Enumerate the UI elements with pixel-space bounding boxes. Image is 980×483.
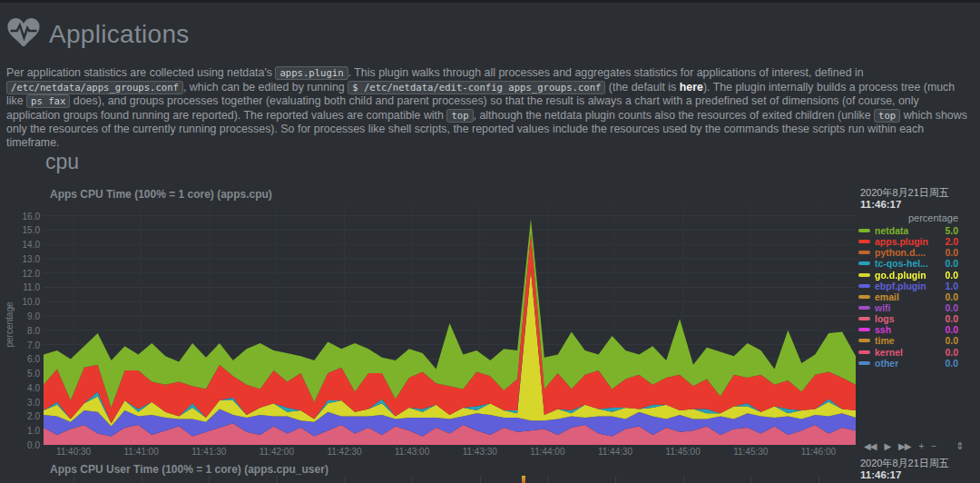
page-header: Applications [7,18,190,50]
legend-item-netdata[interactable]: netdata5.0 [858,225,958,236]
x-tick-label: 11:42:30 [327,447,361,457]
intro-text: (the default is [605,81,679,94]
x-tick-label: 11:44:30 [598,447,632,457]
legend-swatch [858,339,870,342]
heartbeat-icon [7,18,40,50]
x-tick-label: 11:45:30 [733,447,768,457]
inline-code: top [446,109,473,123]
legend-unit-header: percentage [858,212,958,223]
legend-value: 0.0 [945,324,958,335]
pan-backward-icon[interactable]: ◀◀ [864,441,876,451]
legend-item-tc-qos-hel-[interactable]: tc-qos-hel...0.0 [858,258,958,269]
x-tick-label: 11:43:00 [395,447,429,457]
legend-label: python.d.... [875,247,926,258]
legend-item-go-d-plugin[interactable]: go.d.plugin0.0 [858,270,958,281]
legend-item-ebpf-plugin[interactable]: ebpf.plugin1.0 [858,281,958,291]
intro-text: , which can be edited by running [183,81,348,94]
chart1-datetime: 2020年8月21日周五 11:46:17 [860,187,978,211]
x-tick-label: 11:42:00 [260,447,294,457]
chart2-spike [522,476,525,483]
legend-label: apps.plugin [875,236,928,247]
chart2-title: Apps CPU User Time (100% = 1 core) (apps… [50,463,328,476]
legend-label: logs [875,313,895,324]
x-tick-label: 11:43:30 [463,447,497,457]
legend-item-apps-plugin[interactable]: apps.plugin2.0 [858,236,958,247]
legend-value: 0.0 [945,347,958,358]
chart1-date: 2020年8月21日周五 [860,187,978,199]
inline-code: ps fax [26,94,70,108]
intro-text: Per application statistics are collected… [6,66,275,79]
legend-label: email [875,291,899,302]
legend-item-wifi[interactable]: wifi0.0 [858,302,958,313]
legend-item-ssh[interactable]: ssh0.0 [858,324,958,335]
legend-value: 0.0 [945,302,958,313]
legend-item-time[interactable]: time0.0 [858,335,958,346]
intro-text: . This plugin walks through all processe… [348,66,864,79]
x-tick-label: 11:44:00 [530,447,564,457]
inline-code: top [874,109,900,123]
legend-item-email[interactable]: email0.0 [858,291,958,302]
x-tick-label: 11:40:30 [56,447,91,457]
chart2-gridline [547,476,548,483]
chart2-gridline [74,476,74,483]
legend-swatch [858,251,870,254]
y-tick-label: 6.0 [4,354,40,364]
legend-value: 0.0 [945,247,958,258]
play-icon[interactable]: ▶ [884,441,890,451]
zoom-in-icon[interactable]: + [918,441,923,451]
legend-item-other[interactable]: other0.0 [858,358,958,369]
inline-code: apps.plugin [275,66,348,80]
zoom-out-icon[interactable]: − [931,441,936,451]
y-tick-label: 8.0 [4,325,40,335]
legend-swatch [858,295,870,299]
y-tick-label: 1.0 [4,426,40,436]
y-tick-label: 0.0 [4,440,40,450]
legend-item-logs[interactable]: logs0.0 [858,313,958,324]
legend-swatch [858,284,870,288]
y-tick-label: 2.0 [4,411,40,421]
top-border [0,0,980,3]
legend-swatch [858,273,870,277]
chart2-gridline [209,476,210,483]
chart2-plot-sliver[interactable] [44,476,856,483]
chart2-gridline [818,476,819,483]
y-tick-label: 5.0 [4,369,40,379]
legend-value: 0.0 [945,291,958,302]
legend-swatch [858,361,870,365]
chart1-toolbar: ◀◀▶▶▶+−⇕ [864,440,964,452]
resize-icon[interactable]: ⇕ [956,440,964,452]
y-tick-label: 7.0 [4,340,40,350]
legend-label: ebpf.plugin [875,281,926,291]
page-title: Applications [49,20,190,49]
legend-value: 2.0 [945,236,958,247]
section-heading-cpu: cpu [45,150,79,174]
legend-value: 0.0 [945,313,958,324]
chart2-gridline [412,476,413,483]
legend-swatch [858,261,870,265]
legend-label: go.d.plugin [875,270,926,281]
legend-label: wifi [875,302,891,313]
x-tick-label: 11:41:00 [124,447,159,457]
chart2-gridline [480,476,481,483]
y-tick-label: 14.0 [4,240,40,250]
legend-item-python-d-[interactable]: python.d....0.0 [858,247,958,258]
apps-cpu-chart-canvas[interactable] [44,204,856,445]
intro-paragraph: Per application statistics are collected… [6,66,974,150]
chart1-time: 11:46:17 [860,199,978,211]
x-tick-label: 11:45:00 [666,447,701,457]
legend-value: 1.0 [945,281,958,291]
legend-label: ssh [875,324,891,335]
y-tick-label: 13.0 [4,253,40,263]
chart2-gridline [683,476,684,483]
y-tick-label: 10.0 [4,297,40,307]
legend-label: netdata [875,225,908,236]
chart2-gridline [615,476,616,483]
pan-forward-icon[interactable]: ▶▶ [898,441,910,451]
chart2-gridline [142,476,142,483]
legend-value: 0.0 [945,358,958,369]
legend-swatch [858,350,870,354]
here-link[interactable]: here [680,81,703,94]
chart2-time: 11:46:17 [860,469,978,481]
y-tick-label: 11.0 [4,282,40,292]
legend-item-kernel[interactable]: kernel0.0 [858,347,958,358]
